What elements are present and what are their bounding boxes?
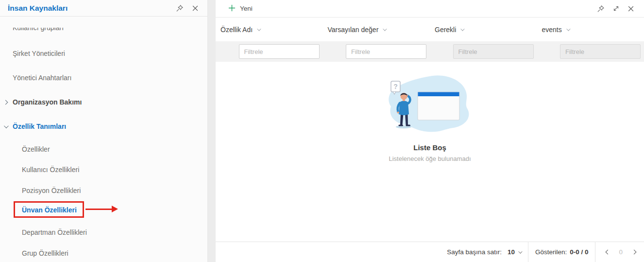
chevron-right-icon <box>3 100 8 105</box>
filter-row <box>216 41 644 62</box>
empty-state-title: Liste Boş <box>413 143 446 152</box>
pager: 0 <box>602 247 639 258</box>
column-header-gerekli[interactable]: Gerekli <box>430 26 537 34</box>
chevron-down-icon <box>518 249 522 253</box>
empty-state: ? Liste Boş Listelenecek öğe bulunamadı <box>216 62 644 242</box>
toolbar-icons <box>596 4 635 13</box>
pagination-footer: Sayfa başına satır: 10 Gösterilen: 0-0 /… <box>216 242 644 262</box>
sidebar-item-grup-ozellikleri[interactable]: Grup Özellikleri <box>22 249 68 258</box>
sidebar-item-departman-ozellikleri[interactable]: Departman Özellikleri <box>22 228 87 237</box>
sidebar-item-sirket-yoneticileri[interactable]: Şirket Yöneticileri <box>13 49 65 58</box>
filter-input-varsayilan-deger[interactable] <box>346 44 426 59</box>
sidebar-nav: Kullanıcı grupları Şirket Yöneticileri Y… <box>0 28 207 262</box>
pin-icon[interactable] <box>175 4 184 13</box>
plus-icon <box>228 4 236 13</box>
new-button[interactable]: Yeni <box>228 4 253 13</box>
sidebar-title: İnsan Kaynakları <box>8 4 169 13</box>
prev-page-button[interactable] <box>602 247 613 258</box>
close-icon[interactable] <box>627 4 635 13</box>
main-panel: Yeni <box>216 0 644 262</box>
new-button-label: Yeni <box>240 5 253 12</box>
divider <box>595 242 595 262</box>
chevron-down-icon <box>257 27 261 31</box>
column-header-varsayilan-deger[interactable]: Varsayılan değer <box>323 26 430 34</box>
pin-icon[interactable] <box>596 4 605 13</box>
sidebar-header: İnsan Kaynakları <box>0 0 207 17</box>
sidebar-item-ozellikler[interactable]: Özellikler <box>22 145 50 154</box>
chevron-right-icon <box>631 250 636 255</box>
toolbar: Yeni <box>216 0 644 17</box>
sidebar-item-kullanici-ozellikleri[interactable]: Kullanıcı Özellikleri <box>22 165 79 174</box>
rows-per-page-label: Sayfa başına satır: <box>447 248 502 256</box>
annotation-arrow-head <box>112 206 118 212</box>
next-page-button[interactable] <box>628 247 639 258</box>
filter-input-ozellik-adi[interactable] <box>239 44 320 59</box>
close-icon[interactable] <box>191 4 200 13</box>
column-header-events[interactable]: events <box>537 26 644 34</box>
sidebar-group-ozellik-tanimlari[interactable]: Özellik Tanımları <box>4 122 66 131</box>
sidebar-panel: İnsan Kaynakları Kullanıcı grupları Şirk… <box>0 0 208 262</box>
chevron-down-icon <box>4 123 9 128</box>
shown-label: Gösterilen: <box>535 248 567 256</box>
column-header-ozellik-adi[interactable]: Özellik Adı <box>216 26 323 34</box>
empty-state-subtitle: Listelenecek öğe bulunamadı <box>389 155 471 162</box>
annotation-arrow <box>85 209 113 210</box>
chevron-left-icon <box>606 250 610 255</box>
sidebar-item-unvan-ozellikleri[interactable]: Ünvan Özellikleri <box>22 206 77 214</box>
sidebar-item-pozisyon-ozellikleri[interactable]: Pozisyon Özellikleri <box>22 186 81 195</box>
sidebar-group-organizasyon-bakimi[interactable]: Organizasyon Bakımı <box>4 98 82 106</box>
filter-input-events <box>560 44 641 59</box>
chevron-down-icon <box>383 27 387 31</box>
column-headers: Özellik Adı Varsayılan değer Gerekli eve… <box>216 17 644 41</box>
question-mark: ? <box>393 83 398 90</box>
page-number: 0 <box>619 248 623 256</box>
rows-per-page-select[interactable]: 10 <box>508 248 521 256</box>
shown-value: 0-0 / 0 <box>570 248 588 256</box>
sidebar-item-yonetici-anahtarlari[interactable]: Yönetici Anahtarları <box>13 73 71 82</box>
chevron-down-icon <box>461 27 465 31</box>
expand-icon[interactable] <box>611 4 620 13</box>
chevron-down-icon <box>566 27 570 31</box>
filter-input-gerekli <box>453 44 534 59</box>
empty-illustration: ? <box>385 72 475 136</box>
divider <box>528 242 528 262</box>
sidebar-item-kullanici-gruplari[interactable]: Kullanıcı grupları <box>13 28 64 32</box>
